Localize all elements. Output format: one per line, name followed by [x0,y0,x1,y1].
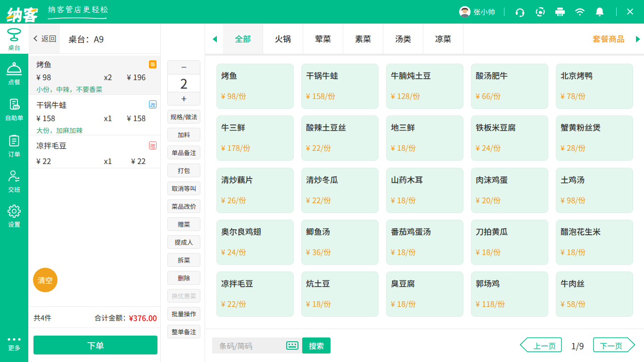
svg-text:自助: 自助 [14,105,19,109]
